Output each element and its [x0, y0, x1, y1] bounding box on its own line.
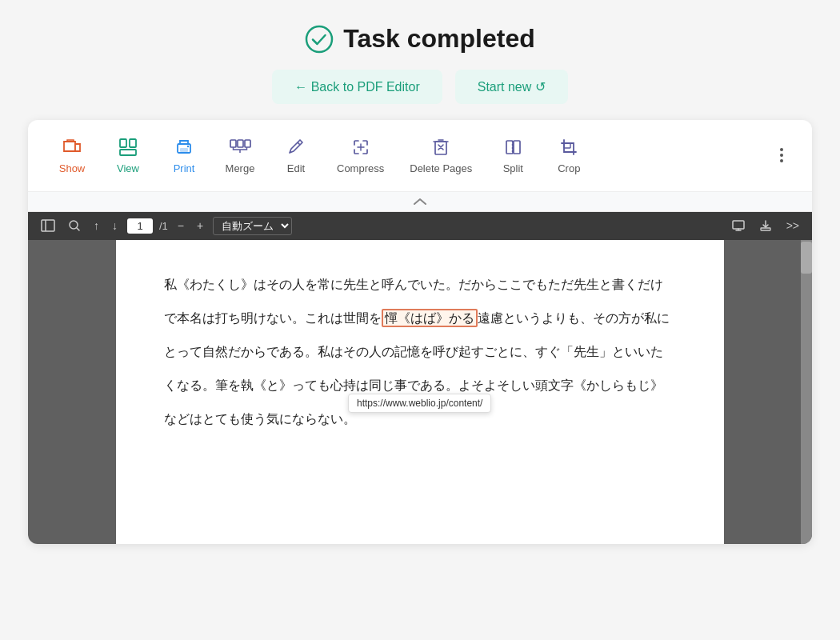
- svg-rect-16: [733, 221, 744, 229]
- split-icon: [502, 136, 524, 158]
- jp-paragraph-2: で本名は打ち明けない。これは世間を憚《はば》かる遠慮というよりも、その方が私に: [164, 306, 676, 331]
- highlighted-word: 憚《はば》かる: [382, 309, 478, 327]
- svg-rect-2: [130, 139, 136, 147]
- view-icon: [117, 136, 139, 158]
- zoom-out-button[interactable]: −: [174, 218, 187, 234]
- download-button[interactable]: [756, 218, 775, 234]
- svg-rect-11: [506, 141, 513, 154]
- compress-icon: [350, 136, 372, 158]
- edit-label: Edit: [287, 162, 305, 174]
- page-total: /1: [159, 220, 168, 232]
- back-to-editor-button[interactable]: ← Back to PDF Editor: [272, 70, 442, 104]
- search-button[interactable]: [65, 218, 84, 234]
- svg-rect-14: [42, 220, 54, 231]
- page-down-button[interactable]: ↓: [109, 218, 121, 234]
- split-label: Split: [503, 162, 523, 174]
- action-buttons: ← Back to PDF Editor Start new ↺: [272, 70, 568, 104]
- page-wrapper: Task completed ← Back to PDF Editor Star…: [0, 0, 840, 560]
- svg-rect-12: [514, 141, 520, 154]
- pdf-toolbar-right: >>: [729, 218, 802, 234]
- show-icon: [61, 136, 83, 158]
- page-title: Task completed: [343, 24, 534, 54]
- jp-paragraph-1: 私《わたくし》はその人を常に先生と呼んでいた。だからここでもただ先生と書くだけ: [164, 272, 676, 298]
- svg-rect-17: [761, 228, 770, 230]
- pdf-navbar: ↑ ↓ /1 − + 自動ズーム 50% 75% 100% 125% 150%: [28, 212, 812, 240]
- delete-pages-icon: [430, 136, 452, 158]
- page-number-input[interactable]: [127, 218, 153, 234]
- pdf-page: 私《わたくし》はその人を常に先生と呼んでいた。だからここでもただ先生と書くだけ …: [116, 240, 724, 544]
- toolbar-show[interactable]: Show: [44, 131, 100, 179]
- view-label: View: [117, 162, 139, 174]
- presentation-button[interactable]: [729, 218, 748, 233]
- svg-rect-5: [180, 148, 188, 152]
- svg-rect-8: [238, 140, 243, 147]
- svg-rect-1: [120, 139, 126, 147]
- toolbar-edit[interactable]: Edit: [268, 131, 324, 179]
- editor-container: Show View: [28, 120, 812, 544]
- crop-icon: [558, 136, 580, 158]
- edit-icon: [285, 136, 307, 158]
- tooltip-popup: https://www.weblio.jp/content/: [348, 394, 491, 413]
- sidebar-toggle-button[interactable]: [38, 218, 58, 234]
- toolbar-merge[interactable]: Merge: [212, 131, 268, 179]
- toolbar-split[interactable]: Split: [485, 131, 541, 179]
- print-label: Print: [174, 162, 195, 174]
- svg-point-6: [187, 146, 189, 147]
- svg-rect-9: [245, 140, 250, 147]
- presentation-icon: [732, 220, 745, 231]
- svg-point-0: [306, 26, 332, 52]
- pdf-content: 私《わたくし》はその人を常に先生と呼んでいた。だからここでもただ先生と書くだけ …: [28, 240, 812, 544]
- more-tools-button[interactable]: >>: [783, 218, 802, 234]
- merge-icon: [229, 136, 251, 158]
- show-label: Show: [59, 162, 86, 174]
- toolbar: Show View: [28, 120, 812, 192]
- print-icon: [173, 136, 195, 158]
- start-new-button[interactable]: Start new ↺: [455, 70, 568, 104]
- zoom-select[interactable]: 自動ズーム 50% 75% 100% 125% 150%: [213, 217, 292, 235]
- scrollbar[interactable]: [801, 240, 812, 544]
- more-dots-icon: [780, 148, 783, 162]
- toolbar-view[interactable]: View: [100, 131, 156, 179]
- title-section: Task completed: [305, 24, 534, 54]
- toolbar-compress[interactable]: Compress: [324, 131, 397, 179]
- page-up-button[interactable]: ↑: [90, 218, 102, 234]
- sidebar-icon: [41, 219, 55, 232]
- toolbar-crop[interactable]: Crop: [541, 131, 597, 179]
- download-icon: [759, 219, 772, 232]
- zoom-in-button[interactable]: +: [194, 218, 206, 234]
- toolbar-print[interactable]: Print: [156, 131, 212, 179]
- compress-label: Compress: [337, 162, 384, 174]
- delete-pages-label: Delete Pages: [410, 162, 472, 175]
- merge-label: Merge: [226, 162, 255, 174]
- check-circle-icon: [305, 25, 334, 54]
- search-icon: [68, 219, 81, 232]
- scrollbar-thumb[interactable]: [801, 242, 812, 274]
- svg-rect-7: [230, 140, 236, 147]
- chevron-up-icon: [412, 197, 428, 206]
- svg-rect-3: [120, 150, 136, 155]
- more-options-button[interactable]: [767, 141, 796, 170]
- toolbar-delete-pages[interactable]: Delete Pages: [397, 131, 485, 180]
- collapse-toolbar-bar[interactable]: [28, 192, 812, 212]
- jp-paragraph-3: とって自然だからである。私はその人の記憶を呼び起すごとに、すぐ「先生」といいた: [164, 339, 676, 365]
- crop-label: Crop: [558, 162, 580, 174]
